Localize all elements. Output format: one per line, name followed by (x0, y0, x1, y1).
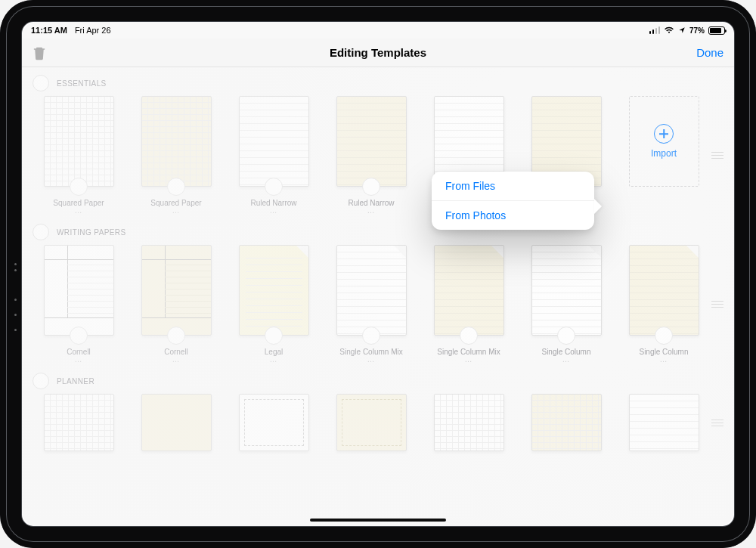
status-right: 77% (649, 26, 725, 35)
import-popover: From Files From Photos (432, 172, 594, 230)
template-thumbnail (434, 394, 504, 451)
status-time: 11:15 AM (31, 26, 67, 35)
content-scroll[interactable]: ESSENTIALS Squared Paper … Squ (22, 67, 734, 526)
reorder-handle[interactable] (711, 301, 728, 308)
template-thumbnail (531, 245, 602, 336)
done-button[interactable]: Done (696, 46, 723, 59)
template-select-radio[interactable] (460, 327, 478, 345)
template-card[interactable]: Cornell … (129, 245, 224, 364)
section-header: WRITING PAPERS (28, 216, 728, 243)
template-thumbnail (44, 96, 114, 187)
template-card[interactable] (226, 394, 321, 451)
reorder-handle[interactable] (711, 420, 728, 426)
status-bar: 11:15 AM Fri Apr 26 77% (22, 22, 734, 39)
section-essentials: ESSENTIALS Squared Paper … Squ (28, 67, 728, 216)
template-card[interactable]: Single Column … (519, 245, 614, 364)
page-title: Editing Templates (22, 46, 734, 59)
template-thumbnail (141, 245, 212, 336)
section-title: ESSENTIALS (57, 79, 107, 88)
template-thumbnail (336, 394, 407, 451)
template-card[interactable]: Single Column … (616, 245, 711, 364)
home-indicator[interactable] (310, 519, 446, 522)
section-select-radio[interactable] (33, 373, 49, 389)
battery-percentage: 77% (689, 26, 705, 35)
device-speaker-dot (14, 299, 17, 301)
section-title: PLANNER (57, 377, 94, 385)
template-thumbnail (531, 394, 602, 451)
template-card[interactable]: Single Column Mix … (421, 245, 516, 364)
template-card[interactable] (421, 394, 516, 451)
template-thumbnail (239, 394, 309, 451)
template-card[interactable]: Ruled Narrow … (324, 96, 419, 215)
section-planner: PLANNER (28, 365, 728, 453)
more-icon[interactable]: … (172, 355, 181, 364)
template-card[interactable]: Squared Paper … (31, 96, 126, 215)
template-select-radio[interactable] (167, 327, 185, 345)
more-icon[interactable]: … (465, 355, 473, 364)
template-thumbnail (629, 394, 699, 451)
template-card[interactable] (519, 394, 614, 451)
template-thumbnail (141, 96, 212, 187)
status-date: Fri Apr 26 (75, 26, 111, 35)
import-card[interactable]: Import (616, 96, 711, 215)
template-card[interactable] (129, 394, 224, 451)
more-icon[interactable]: … (270, 206, 278, 215)
device-frame: 11:15 AM Fri Apr 26 77% Editing Template… (0, 0, 756, 548)
template-select-radio[interactable] (265, 327, 283, 345)
import-thumbnail: Import (629, 96, 699, 187)
more-icon[interactable]: … (270, 355, 278, 364)
templates-row: Squared Paper … Squared Paper … (28, 94, 711, 216)
template-select-radio[interactable] (362, 178, 380, 196)
template-card[interactable]: Single Column Mix … (324, 245, 419, 364)
screen: 11:15 AM Fri Apr 26 77% Editing Template… (22, 22, 734, 526)
template-thumbnail (44, 394, 114, 451)
template-card[interactable]: Ruled Narrow … (226, 96, 321, 215)
template-card[interactable]: Legal … (226, 245, 321, 364)
template-card[interactable]: Squared Paper … (129, 96, 224, 215)
section-select-radio[interactable] (33, 75, 49, 91)
template-select-radio[interactable] (557, 327, 575, 345)
template-thumbnail (44, 245, 114, 336)
template-select-radio[interactable] (265, 178, 283, 196)
more-icon[interactable]: … (660, 355, 668, 364)
reorder-handle[interactable] (711, 152, 728, 159)
template-thumbnail (336, 245, 407, 336)
template-select-radio[interactable] (167, 178, 185, 196)
more-icon[interactable]: … (172, 206, 181, 215)
template-select-radio[interactable] (70, 327, 88, 345)
trash-button[interactable] (33, 45, 46, 60)
section-header: ESSENTIALS (28, 67, 728, 94)
popover-item-from-files[interactable]: From Files (432, 172, 594, 201)
template-thumbnail (629, 245, 699, 336)
template-thumbnail (239, 245, 309, 336)
more-icon[interactable]: … (562, 355, 571, 364)
device-speaker-dot (14, 263, 17, 265)
cellular-signal-icon (649, 27, 660, 34)
more-icon[interactable]: … (75, 355, 83, 364)
template-card[interactable] (616, 394, 711, 451)
templates-row (28, 392, 711, 453)
nav-bar: Editing Templates Done (22, 39, 734, 67)
plus-icon (654, 124, 674, 144)
template-card[interactable]: Cornell … (31, 245, 126, 364)
section-writing-papers: WRITING PAPERS Cornell … Corne (28, 216, 728, 365)
wifi-icon (664, 26, 674, 34)
template-card[interactable] (31, 394, 126, 451)
battery-icon (708, 26, 725, 35)
more-icon[interactable]: … (367, 206, 376, 215)
template-select-radio[interactable] (70, 178, 88, 196)
import-label: Import (651, 148, 677, 159)
section-select-radio[interactable] (33, 224, 49, 240)
template-select-radio[interactable] (655, 327, 673, 345)
section-header: PLANNER (28, 365, 728, 392)
template-select-radio[interactable] (362, 327, 380, 345)
template-thumbnail (336, 96, 407, 187)
more-icon[interactable]: … (367, 355, 376, 364)
more-icon[interactable]: … (75, 206, 83, 215)
section-title: WRITING PAPERS (57, 228, 126, 237)
templates-row: Cornell … Cornell … Legal (28, 243, 711, 365)
popover-item-from-photos[interactable]: From Photos (432, 201, 594, 230)
template-thumbnail (239, 96, 309, 187)
template-card[interactable] (324, 394, 419, 451)
location-icon (678, 26, 686, 34)
